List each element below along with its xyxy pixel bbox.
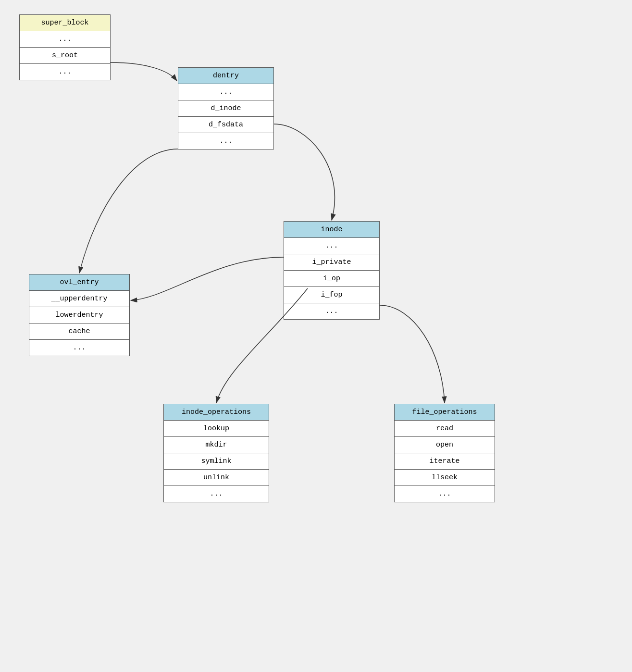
- file-operations-header: file_operations: [395, 404, 495, 421]
- inode-ops-field-lookup: lookup: [164, 421, 269, 437]
- ovl-entry-field-cache: cache: [29, 324, 129, 340]
- super-block-box: super_block ... s_root ...: [19, 14, 111, 80]
- file-ops-field-iterate: iterate: [395, 453, 495, 470]
- inode-field-0: ...: [284, 238, 379, 254]
- arrow-dfsdata-to-ovlentry: [79, 149, 178, 273]
- inode-field-iprivate: i_private: [284, 254, 379, 271]
- ovl-entry-header: ovl_entry: [29, 274, 129, 291]
- super-block-field-sroot: s_root: [20, 48, 110, 64]
- inode-operations-box: inode_operations lookup mkdir symlink un…: [163, 404, 269, 502]
- file-ops-field-open: open: [395, 437, 495, 453]
- file-operations-box: file_operations read open iterate llseek…: [394, 404, 495, 502]
- file-ops-field-llseek: llseek: [395, 470, 495, 486]
- inode-header: inode: [284, 222, 379, 238]
- diagram-container: super_block ... s_root ... dentry ... d_…: [0, 0, 632, 672]
- arrow-dinode-to-inode: [274, 124, 335, 220]
- file-ops-field-read: read: [395, 421, 495, 437]
- dentry-field-1: ...: [178, 133, 273, 149]
- dentry-header: dentry: [178, 68, 273, 84]
- file-ops-field-0: ...: [395, 486, 495, 502]
- ovl-entry-field-0: ...: [29, 340, 129, 356]
- super-block-field-1: ...: [20, 64, 110, 80]
- inode-ops-field-unlink: unlink: [164, 470, 269, 486]
- dentry-box: dentry ... d_inode d_fsdata ...: [178, 67, 274, 149]
- ovl-entry-field-upperdentry: __upperdentry: [29, 291, 129, 307]
- super-block-header: super_block: [20, 15, 110, 31]
- inode-field-ifop: i_fop: [284, 287, 379, 303]
- super-block-field-0: ...: [20, 31, 110, 48]
- ovl-entry-box: ovl_entry __upperdentry lowerdentry cach…: [29, 274, 130, 356]
- arrow-iprivate-to-ovlentry: [131, 257, 284, 300]
- arrow-ifop-to-fileops: [380, 305, 445, 403]
- ovl-entry-field-lowerdentry: lowerdentry: [29, 307, 129, 324]
- inode-ops-field-mkdir: mkdir: [164, 437, 269, 453]
- inode-box: inode ... i_private i_op i_fop ...: [284, 221, 380, 320]
- inode-operations-header: inode_operations: [164, 404, 269, 421]
- inode-field-iop: i_op: [284, 271, 379, 287]
- inode-field-1: ...: [284, 303, 379, 319]
- dentry-field-dinode: d_inode: [178, 100, 273, 117]
- dentry-field-dfsdata: d_fsdata: [178, 117, 273, 133]
- inode-ops-field-0: ...: [164, 486, 269, 502]
- inode-ops-field-symlink: symlink: [164, 453, 269, 470]
- dentry-field-0: ...: [178, 84, 273, 100]
- arrow-sroot-to-dentry: [111, 62, 177, 81]
